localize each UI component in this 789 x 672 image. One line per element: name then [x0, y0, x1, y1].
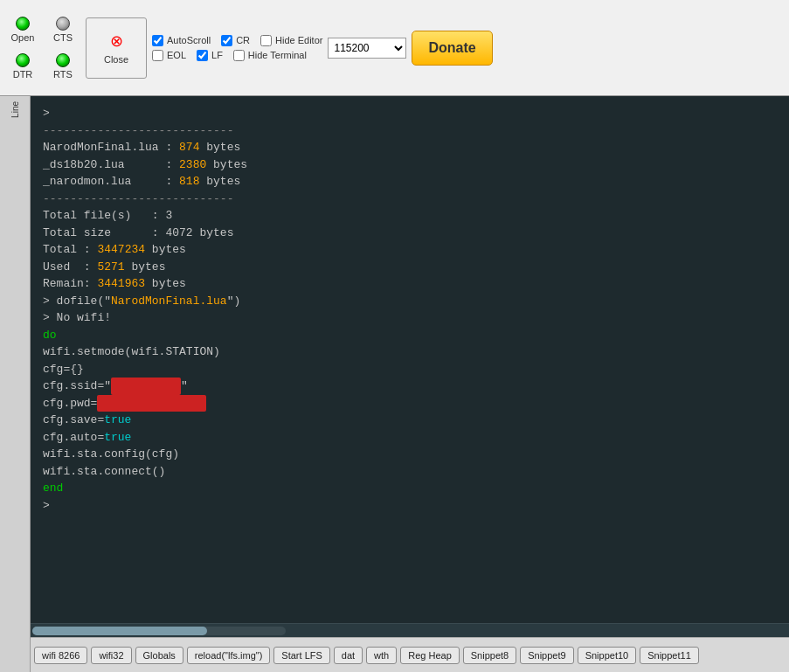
- cts-led: [56, 17, 70, 31]
- bottom-bar-button[interactable]: wifi32: [91, 647, 131, 664]
- terminal-line: >: [43, 497, 777, 515]
- terminal[interactable]: >----------------------------NarodMonFin…: [31, 96, 789, 623]
- bottom-bar-button[interactable]: wth: [366, 647, 397, 664]
- hide-editor-label: Hide Editor: [275, 35, 322, 45]
- toolbar: Open CTS DTR RTS ⊗ Close AutoScroll: [0, 0, 789, 96]
- checkboxes-area: AutoScroll CR Hide Editor EOL LF Hide Te…: [152, 35, 322, 61]
- terminal-line: ----------------------------: [43, 191, 777, 208]
- terminal-line: cfg={}: [43, 361, 777, 378]
- lf-label: LF: [211, 50, 223, 60]
- terminal-line: end: [43, 480, 777, 497]
- baud-select[interactable]: 3001200240048009600192003840057600115200…: [328, 38, 406, 59]
- terminal-line: cfg.pwd=████████████████: [43, 395, 777, 412]
- cr-label: CR: [236, 35, 250, 45]
- terminal-line: _ds18b20.lua : 2380 bytes: [43, 156, 777, 174]
- bottom-bar-button[interactable]: Reg Heap: [400, 647, 460, 664]
- close-icon: ⊗: [110, 31, 123, 51]
- terminal-line: wifi.sta.connect(): [43, 463, 777, 481]
- terminal-line: wifi.setmode(wifi.STATION): [43, 343, 777, 361]
- terminal-line: do: [43, 327, 777, 344]
- main-area: Line >----------------------------NarodM…: [0, 96, 789, 672]
- scrollbar-thumb[interactable]: [32, 627, 207, 635]
- bottom-bar-button[interactable]: Start LFS: [273, 647, 329, 664]
- terminal-line: Used : 5271 bytes: [43, 259, 777, 276]
- terminal-line: Total : 3447234 bytes: [43, 241, 777, 259]
- terminal-line: cfg.save=true: [43, 412, 777, 429]
- terminal-line: > No wifi!: [43, 309, 777, 327]
- bottom-bar-button[interactable]: Snippet9: [520, 647, 573, 664]
- open-button[interactable]: Open: [5, 15, 40, 45]
- lf-checkbox[interactable]: [197, 50, 208, 61]
- dtr-led: [16, 53, 30, 67]
- rts-label: RTS: [53, 69, 73, 80]
- terminal-line: > dofile("NarodMonFinal.lua"): [43, 293, 777, 310]
- autoscroll-label: AutoScroll: [167, 35, 211, 45]
- dtr-button[interactable]: DTR: [5, 52, 40, 81]
- close-label: Close: [104, 54, 128, 65]
- bottom-bar-button[interactable]: reload("lfs.img"): [187, 647, 271, 664]
- scrollbar-area: [31, 623, 789, 637]
- open-led: [16, 17, 30, 31]
- rts-button[interactable]: RTS: [45, 52, 80, 81]
- close-button[interactable]: ⊗ Close: [86, 17, 147, 79]
- line-label: Line: [9, 100, 22, 120]
- rts-led: [56, 53, 70, 67]
- terminal-line: NarodMonFinal.lua : 874 bytes: [43, 139, 777, 156]
- cr-checkbox[interactable]: [221, 35, 232, 46]
- cts-button[interactable]: CTS: [45, 15, 80, 45]
- bottom-bar-button[interactable]: Snippet11: [640, 647, 699, 664]
- hide-terminal-checkbox[interactable]: [233, 50, 245, 61]
- terminal-line: cfg.auto=true: [43, 429, 777, 447]
- open-label: Open: [11, 32, 35, 43]
- eol-label: EOL: [167, 50, 186, 60]
- terminal-line: Total file(s) : 3: [43, 207, 777, 225]
- bottom-bar-button[interactable]: Snippet8: [463, 647, 516, 664]
- cts-label: CTS: [53, 32, 73, 43]
- terminal-line: Total size : 4072 bytes: [43, 225, 777, 242]
- terminal-line: ----------------------------: [43, 122, 777, 140]
- bottom-bar: wifi 8266wifi32Globalsreload("lfs.img")S…: [31, 637, 789, 672]
- bottom-bar-button[interactable]: Snippet10: [578, 647, 637, 664]
- hide-editor-checkbox[interactable]: [260, 35, 272, 46]
- terminal-line: Remain: 3441963 bytes: [43, 275, 777, 293]
- terminal-line: wifi.sta.config(cfg): [43, 446, 777, 463]
- bottom-bar-button[interactable]: dat: [334, 647, 363, 664]
- hide-terminal-label: Hide Terminal: [248, 50, 307, 60]
- open-cts-section: Open CTS DTR RTS: [5, 3, 80, 92]
- autoscroll-checkbox[interactable]: [152, 35, 163, 46]
- donate-button[interactable]: Donate: [412, 31, 492, 66]
- eol-checkbox[interactable]: [152, 50, 163, 61]
- bottom-bar-button[interactable]: wifi 8266: [34, 647, 87, 664]
- terminal-line: >: [43, 105, 777, 122]
- dtr-label: DTR: [13, 69, 33, 80]
- terminal-line: _narodmon.lua : 818 bytes: [43, 173, 777, 191]
- terminal-line: cfg.ssid="██████████": [43, 378, 777, 395]
- side-panel: Line: [0, 96, 31, 672]
- scrollbar-track[interactable]: [32, 627, 286, 635]
- bottom-bar-button[interactable]: Globals: [135, 647, 183, 664]
